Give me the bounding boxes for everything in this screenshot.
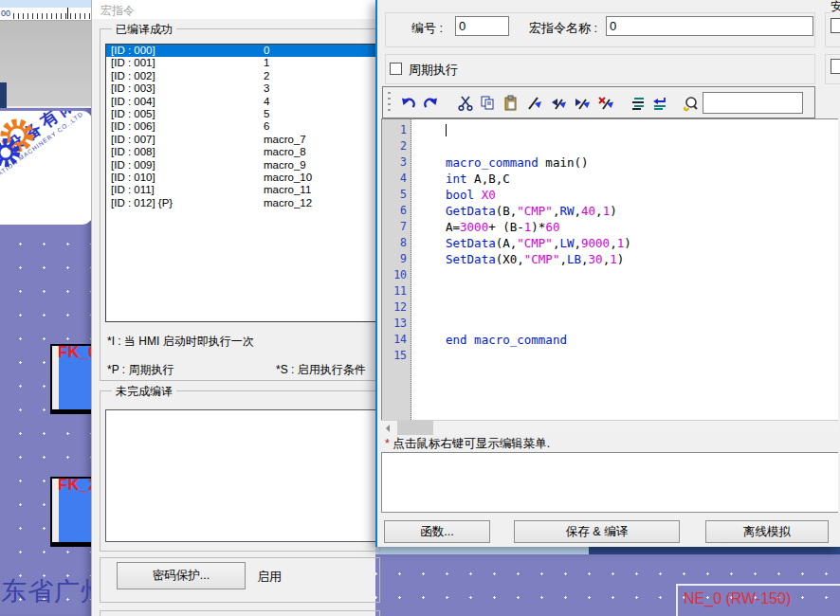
canvas-ruler: 00 — [0, 8, 91, 21]
clear-bookmarks-icon — [597, 95, 614, 112]
macro-manager-dialog: 宏指令 已编译成功 [ID : 000]0[ID : 001]1[ID : 00… — [91, 0, 375, 616]
bottom-group-partial — [100, 610, 380, 616]
unfinished-group-label: 未完成编译 — [112, 384, 176, 400]
hint-text: 点击鼠标右键可显示编辑菜单. — [390, 437, 550, 450]
find-button[interactable] — [680, 91, 701, 115]
ruler-major-tick — [67, 8, 68, 19]
window-bottom-edge — [375, 547, 840, 554]
secondary-checkbox[interactable] — [831, 59, 840, 74]
scrollbar-thumb[interactable] — [397, 421, 433, 435]
code-line — [411, 299, 838, 316]
prev-bookmark-button[interactable] — [572, 91, 593, 115]
editor-toolbar — [382, 86, 815, 118]
copy-icon — [479, 95, 496, 112]
macro-list-item[interactable]: [ID : 007]macro_7 — [106, 134, 375, 146]
code-line: int A,B,C — [411, 171, 838, 187]
macro-code-editor[interactable]: 123456789101112131415 macro_command main… — [381, 118, 838, 420]
code-line — [411, 267, 838, 283]
macro-list-item[interactable]: [ID : 002]2 — [106, 70, 375, 82]
toolbar-grip-handle[interactable] — [388, 92, 391, 114]
macro-list-item[interactable]: [ID : 001]1 — [106, 57, 375, 69]
cut-button[interactable] — [455, 91, 476, 115]
redo-button[interactable] — [420, 91, 441, 115]
macro-list-item[interactable]: [ID : 012] {P}macro_12 — [106, 197, 375, 209]
scroll-left-arrow[interactable] — [381, 421, 397, 435]
next-bookmark-button[interactable] — [548, 91, 569, 115]
wrap-return-button[interactable] — [649, 91, 670, 115]
password-status-label: 启用 — [257, 569, 282, 586]
macro-list-item[interactable]: [ID : 004]4 — [106, 96, 375, 108]
toggle-bookmark-icon — [526, 95, 543, 112]
code-line — [411, 283, 838, 299]
macro-list-item[interactable]: [ID : 011]macro_11 — [106, 184, 375, 196]
toggle-bookmark-button[interactable] — [524, 91, 545, 115]
macro-dialog-title: 宏指令 — [100, 3, 135, 19]
save-compile-button[interactable]: 保存 & 编译 — [514, 520, 680, 543]
compile-message-box[interactable] — [381, 452, 838, 513]
editor-horizontal-scrollbar[interactable] — [381, 420, 838, 434]
redo-icon — [422, 95, 439, 112]
ne0-label: NE_0 (RW-150) — [684, 590, 791, 607]
code-line — [411, 138, 838, 154]
macro-list-item[interactable]: [ID : 003]3 — [106, 82, 375, 95]
macro-name-input[interactable] — [606, 16, 813, 36]
code-line: bool X0 — [411, 187, 838, 203]
unfinished-list[interactable] — [105, 409, 376, 542]
function-button[interactable]: 函数... — [384, 520, 490, 543]
toolbar-search-input[interactable] — [703, 92, 803, 114]
next-bookmark-icon — [550, 95, 567, 112]
macro-list-item[interactable]: [ID : 005]5 — [106, 108, 375, 120]
macro-list-item[interactable]: [ID : 009]macro_9 — [106, 159, 375, 172]
text-caret — [446, 124, 447, 136]
code-line: GetData(B,"CMP",RW,40,1) — [411, 203, 838, 219]
code-line — [411, 122, 838, 138]
editor-gutter: 123456789101112131415 — [382, 119, 411, 420]
ruler-origin-label: 00 — [1, 9, 10, 18]
macro-dialog-titlebar[interactable]: 宏指令 — [92, 0, 375, 19]
prev-bookmark-icon — [574, 95, 591, 112]
code-lines: macro_command main()int A,B,Cbool X0GetD… — [411, 119, 838, 420]
offline-simulation-button[interactable]: 离线模拟 — [705, 520, 829, 543]
password-protect-button[interactable]: 密码保护... — [117, 562, 246, 589]
macro-id-input[interactable] — [455, 16, 509, 36]
macro-name-label: 宏指令名称 : — [529, 20, 597, 37]
clear-bookmarks-button[interactable] — [595, 91, 616, 115]
right-click-hint: * 点击鼠标右键可显示编辑菜单. — [385, 436, 550, 452]
macro-list-item[interactable]: [ID : 008]macro_8 — [106, 146, 375, 158]
cut-icon — [457, 95, 474, 112]
text-lines-button[interactable] — [628, 91, 648, 115]
fk2-label: FK_2 — [58, 476, 91, 495]
hmi-design-canvas-bottom[interactable]: NE_0 (RW-150) — [375, 554, 840, 616]
text-lines-icon — [630, 95, 647, 112]
macro-list-item[interactable]: [ID : 006]6 — [106, 120, 375, 133]
find-icon — [682, 95, 699, 112]
code-line: end macro_command — [411, 332, 838, 348]
copy-button[interactable] — [477, 91, 498, 115]
macro-id-label: 编号 : — [411, 20, 443, 37]
macro-list[interactable]: [ID : 000]0[ID : 001]1[ID : 002]2[ID : 0… — [105, 44, 376, 322]
security-checkbox[interactable] — [831, 18, 840, 33]
code-line: SetData(X0,"CMP",LB,30,1) — [411, 251, 838, 267]
macro-list-item[interactable]: [ID : 010]macro_10 — [106, 172, 375, 184]
note-startup: *I : 当 HMI 启动时即执行一次 — [107, 334, 254, 350]
company-logo[interactable]: 设备有限公司 ATION MACHINERY CO.,LTD — [0, 111, 91, 225]
paste-button[interactable] — [501, 91, 521, 115]
security-group-label-partial: 安 — [831, 0, 840, 15]
code-line: SetData(A,"CMP",LW,9000,1) — [411, 235, 838, 251]
hmi-design-canvas-left[interactable]: 设备有限公司 ATION MACHINERY CO.,LTD FK_0 FK_2… — [0, 108, 91, 616]
ruler-ticks — [13, 13, 91, 19]
fk0-button-widget[interactable]: FK_0 — [50, 344, 91, 414]
fk2-button-widget[interactable]: FK_2 — [50, 477, 91, 547]
code-line: A=3000+ (B-1)*60 — [411, 219, 838, 235]
periodic-checkbox[interactable] — [390, 63, 402, 75]
paste-icon — [502, 95, 520, 112]
ne0-numeric-widget[interactable]: NE_0 (RW-150) — [676, 584, 840, 616]
undo-icon — [400, 95, 417, 112]
note-condition: *S : 启用执行条件 — [276, 362, 366, 378]
macro-editor-dialog: 编号 : 宏指令名称 : 安 周期执行 — [375, 0, 840, 547]
wrap-return-icon — [651, 95, 668, 112]
workspace-background — [0, 21, 91, 108]
macro-list-item[interactable]: [ID : 000]0 — [106, 45, 375, 57]
undo-button[interactable] — [398, 91, 419, 115]
note-periodic: *P : 周期执行 — [107, 362, 173, 378]
